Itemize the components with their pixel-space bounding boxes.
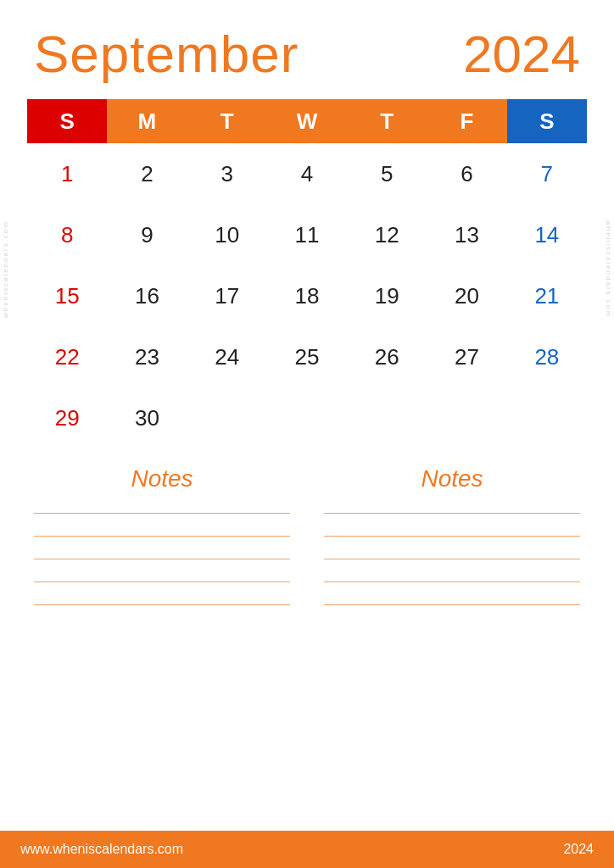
- day-headers-row: S M T W T F S: [27, 99, 587, 143]
- notes-line: [324, 536, 580, 537]
- date-cell: 26: [347, 326, 427, 387]
- date-cell: 16: [107, 265, 187, 326]
- date-cell: 17: [187, 265, 267, 326]
- notes-left-column: Notes: [34, 465, 290, 822]
- notes-line: [34, 559, 290, 559]
- calendar-body: 1234567891011121314151617181920212223242…: [27, 143, 587, 448]
- date-cell: 7: [507, 143, 587, 204]
- date-cell: 24: [187, 326, 267, 387]
- header-sunday: S: [27, 99, 107, 143]
- calendar-week-row: 15161718192021: [27, 265, 587, 326]
- calendar-week-row: 22232425262728: [27, 326, 587, 387]
- date-cell: 13: [427, 204, 506, 265]
- date-cell: [267, 387, 347, 448]
- header-friday: F: [427, 99, 506, 143]
- year-title: 2024: [463, 24, 580, 84]
- footer: www.wheniscalendars.com 2024: [0, 831, 614, 868]
- date-cell: 28: [507, 326, 587, 387]
- date-cell: [347, 387, 427, 448]
- date-cell: 19: [347, 265, 427, 326]
- notes-right-lines: [324, 513, 580, 605]
- header-saturday: S: [507, 99, 587, 143]
- date-cell: 2: [107, 143, 187, 204]
- date-cell: 29: [27, 387, 107, 448]
- date-cell: 11: [267, 204, 347, 265]
- calendar-week-row: 891011121314: [27, 204, 587, 265]
- date-cell: 27: [427, 326, 506, 387]
- notes-right-column: Notes: [324, 465, 580, 822]
- month-title: September: [34, 24, 299, 84]
- date-cell: 18: [267, 265, 347, 326]
- calendar-week-row: 1234567: [27, 143, 587, 204]
- date-cell: 22: [27, 326, 107, 387]
- header-wednesday: W: [267, 99, 347, 143]
- header-tuesday: T: [187, 99, 267, 143]
- calendar-week-row: 2930: [27, 387, 587, 448]
- date-cell: 8: [27, 204, 107, 265]
- calendar-table: S M T W T F S 12345678910111213141516171…: [27, 99, 587, 448]
- date-cell: 1: [27, 143, 107, 204]
- footer-year: 2024: [563, 842, 594, 857]
- date-cell: 6: [427, 143, 506, 204]
- date-cell: 25: [267, 326, 347, 387]
- calendar-header: September 2024: [0, 0, 614, 99]
- date-cell: [187, 387, 267, 448]
- calendar-page: wheniscalendars.com wheniscalendars.com …: [0, 0, 614, 868]
- date-cell: 14: [507, 204, 587, 265]
- date-cell: 4: [267, 143, 347, 204]
- notes-line: [34, 581, 290, 582]
- notes-line: [34, 604, 290, 605]
- header-thursday: T: [347, 99, 427, 143]
- notes-left-lines: [34, 513, 290, 605]
- notes-line: [34, 536, 290, 537]
- notes-line: [324, 559, 580, 559]
- calendar-grid: S M T W T F S 12345678910111213141516171…: [0, 99, 614, 448]
- date-cell: 21: [507, 265, 587, 326]
- date-cell: 15: [27, 265, 107, 326]
- notes-line: [324, 513, 580, 514]
- date-cell: 3: [187, 143, 267, 204]
- footer-url: www.wheniscalendars.com: [20, 842, 183, 857]
- notes-right-title: Notes: [421, 465, 483, 492]
- date-cell: [427, 387, 506, 448]
- date-cell: 5: [347, 143, 427, 204]
- notes-left-title: Notes: [131, 465, 193, 492]
- notes-section: Notes Notes: [0, 448, 614, 831]
- date-cell: 20: [427, 265, 506, 326]
- date-cell: 12: [347, 204, 427, 265]
- date-cell: 30: [107, 387, 187, 448]
- notes-line: [34, 513, 290, 514]
- date-cell: 10: [187, 204, 267, 265]
- notes-line: [324, 604, 580, 605]
- date-cell: 9: [107, 204, 187, 265]
- date-cell: 23: [107, 326, 187, 387]
- date-cell: [507, 387, 587, 448]
- header-monday: M: [107, 99, 187, 143]
- notes-line: [324, 581, 580, 582]
